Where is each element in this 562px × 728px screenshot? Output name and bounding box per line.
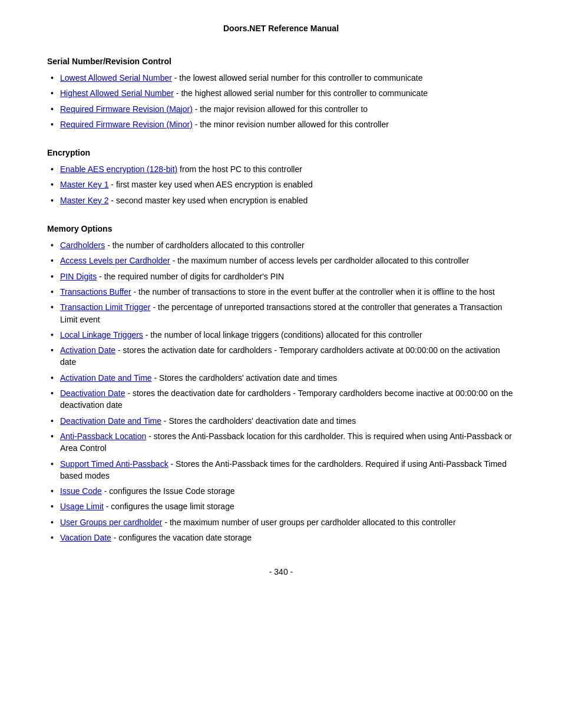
link-master-key-2[interactable]: Master Key 2: [60, 196, 108, 205]
list-item: Anti-Passback Location - stores the Anti…: [47, 430, 515, 454]
list-item: User Groups per cardholder - the maximum…: [47, 516, 515, 528]
section-title-encryption: Encryption: [47, 148, 515, 157]
list-item: Transaction Limit Trigger - the percenta…: [47, 301, 515, 325]
list-item: Lowest Allowed Serial Number - the lowes…: [47, 72, 515, 84]
link-transactions-buffer[interactable]: Transactions Buffer: [60, 287, 131, 297]
list-item: PIN Digits - the required number of digi…: [47, 271, 515, 282]
list-item: Cardholders - the number of cardholders …: [47, 239, 515, 251]
list-item: Enable AES encryption (128-bit) from the…: [47, 163, 515, 175]
list-item: Highest Allowed Serial Number - the high…: [47, 87, 515, 99]
link-user-groups[interactable]: User Groups per cardholder: [60, 518, 163, 527]
section-memory-options: Memory Options Cardholders - the number …: [47, 224, 515, 543]
list-item: Activation Date - stores the activation …: [47, 344, 515, 368]
link-transaction-limit-trigger[interactable]: Transaction Limit Trigger: [60, 302, 151, 312]
link-deactivation-date[interactable]: Deactivation Date: [60, 388, 125, 398]
list-item: Deactivation Date and Time - Stores the …: [47, 415, 515, 427]
serial-number-list: Lowest Allowed Serial Number - the lowes…: [47, 72, 515, 130]
link-access-levels[interactable]: Access Levels per Cardholder: [60, 256, 170, 265]
link-enable-aes[interactable]: Enable AES encryption (128-bit): [60, 164, 177, 174]
list-item: Transactions Buffer - the number of tran…: [47, 286, 515, 298]
link-local-linkage-triggers[interactable]: Local Linkage Triggers: [60, 330, 143, 340]
page-footer: - 340 -: [47, 567, 515, 577]
link-activation-date[interactable]: Activation Date: [60, 345, 115, 355]
section-encryption: Encryption Enable AES encryption (128-bi…: [47, 148, 515, 206]
link-deactivation-date-time[interactable]: Deactivation Date and Time: [60, 416, 161, 426]
link-issue-code[interactable]: Issue Code: [60, 486, 102, 496]
list-item: Required Firmware Revision (Major) - the…: [47, 103, 515, 115]
list-item: Local Linkage Triggers - the number of l…: [47, 329, 515, 341]
link-firmware-minor[interactable]: Required Firmware Revision (Minor): [60, 120, 193, 129]
list-item: Issue Code - configures the Issue Code s…: [47, 485, 515, 497]
section-title-serial: Serial Number/Revision Control: [47, 57, 515, 66]
list-item: Deactivation Date - stores the deactivat…: [47, 387, 515, 411]
section-serial-number: Serial Number/Revision Control Lowest Al…: [47, 57, 515, 130]
link-lowest-serial[interactable]: Lowest Allowed Serial Number: [60, 73, 172, 83]
list-item: Master Key 2 - second master key used wh…: [47, 195, 515, 206]
link-cardholders[interactable]: Cardholders: [60, 241, 105, 250]
section-title-memory: Memory Options: [47, 224, 515, 233]
page-header: Doors.NET Reference Manual: [47, 24, 515, 33]
link-master-key-1[interactable]: Master Key 1: [60, 180, 108, 189]
link-vacation-date[interactable]: Vacation Date: [60, 533, 111, 542]
list-item: Vacation Date - configures the vacation …: [47, 532, 515, 543]
list-item: Required Firmware Revision (Minor) - the…: [47, 118, 515, 130]
encryption-list: Enable AES encryption (128-bit) from the…: [47, 163, 515, 206]
list-item: Usage Limit - configures the usage limit…: [47, 500, 515, 512]
list-item: Activation Date and Time - Stores the ca…: [47, 372, 515, 384]
link-usage-limit[interactable]: Usage Limit: [60, 502, 104, 511]
memory-options-list: Cardholders - the number of cardholders …: [47, 239, 515, 543]
list-item: Master Key 1 - first master key used whe…: [47, 179, 515, 190]
link-pin-digits[interactable]: PIN Digits: [60, 272, 97, 281]
list-item: Access Levels per Cardholder - the maxim…: [47, 255, 515, 266]
link-support-timed-anti-passback[interactable]: Support Timed Anti-Passback: [60, 459, 168, 469]
link-highest-serial[interactable]: Highest Allowed Serial Number: [60, 88, 174, 98]
link-firmware-major[interactable]: Required Firmware Revision (Major): [60, 104, 193, 114]
list-item: Support Timed Anti-Passback - Stores the…: [47, 458, 515, 482]
link-anti-passback-location[interactable]: Anti-Passback Location: [60, 431, 146, 441]
link-activation-date-time[interactable]: Activation Date and Time: [60, 373, 152, 383]
